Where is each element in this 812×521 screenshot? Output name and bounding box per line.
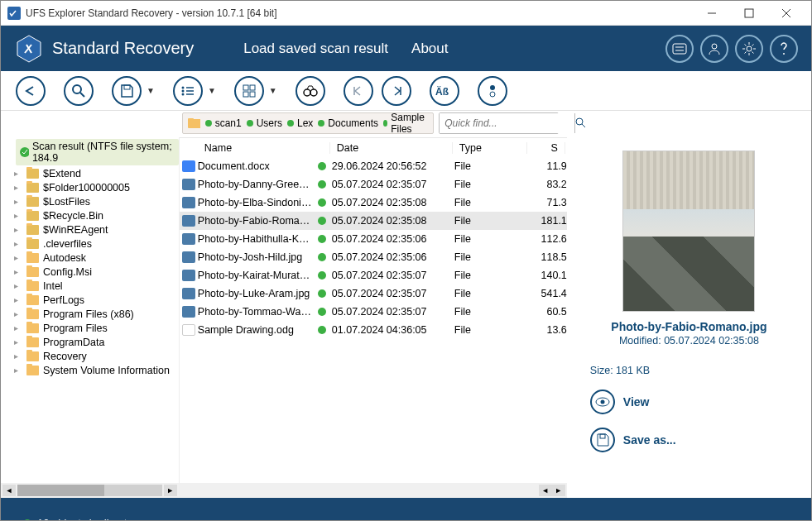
file-row[interactable]: Photo-by-Josh-Hild.jpg05.07.2024 02:35:0… — [180, 248, 567, 266]
file-row[interactable]: Photo-by-Danny-Greenb...05.07.2024 02:35… — [180, 175, 567, 194]
tree-expand-icon[interactable]: ▸ — [14, 323, 22, 332]
tree-expand-icon[interactable]: ▸ — [14, 309, 22, 318]
list-button[interactable] — [173, 76, 203, 106]
tree-hscroll[interactable]: ◄ ► — [1, 483, 179, 498]
tree-folder[interactable]: ▸ProgramData — [11, 335, 179, 349]
minimize-button[interactable] — [693, 1, 730, 25]
tree-expand-icon[interactable]: ▸ — [14, 337, 22, 347]
file-row[interactable]: Document.docx29.06.2024 20:56:52File11.9 — [180, 157, 567, 175]
tree-folder-label: $Recycle.Bin — [43, 210, 103, 222]
tree-expand-icon[interactable]: ▸ — [14, 183, 22, 192]
breadcrumb-item[interactable]: scan1 — [205, 112, 242, 135]
header-settings-button[interactable] — [735, 35, 763, 63]
file-name: Photo-by-Fabio-Romano.... — [198, 215, 312, 227]
tree-expand-icon[interactable]: ▸ — [14, 295, 22, 304]
maximize-button[interactable] — [730, 1, 767, 25]
tree-expand-icon[interactable]: ▸ — [14, 211, 22, 220]
tree-folder[interactable]: ▸$Folder100000005 — [11, 180, 179, 194]
list-dropdown[interactable]: ▼ — [208, 86, 216, 95]
tree-expand-icon[interactable]: ▸ — [14, 239, 22, 248]
list-hscroll[interactable]: ◄ ► — [180, 483, 567, 498]
tree-folder[interactable]: ▸$Recycle.Bin — [11, 208, 179, 222]
tree-expand-icon[interactable]: ▸ — [14, 281, 22, 290]
view-button[interactable]: View — [590, 390, 650, 414]
tree-folder-label: $WinREAgent — [43, 224, 108, 236]
file-row[interactable]: Photo-by-Tommao-Wang...05.07.2024 02:35:… — [180, 303, 567, 321]
tree-expand-icon[interactable]: ▸ — [14, 366, 22, 375]
breadcrumb[interactable]: scan1UsersLexDocumentsSample Files — [182, 112, 434, 134]
tree-folder[interactable]: ▸$LostFiles — [11, 194, 179, 208]
menu-about[interactable]: About — [411, 41, 448, 57]
user-tool-button[interactable] — [478, 76, 507, 106]
close-button[interactable] — [767, 1, 805, 25]
tree-folder[interactable]: ▸$Extend — [11, 166, 179, 180]
tree-root[interactable]: Scan result (NTFS file system; 184.9 — [16, 139, 179, 165]
save-button[interactable] — [112, 76, 142, 106]
quick-find-input[interactable] — [440, 113, 574, 133]
tree-folder[interactable]: ▸Program Files (x86) — [11, 307, 179, 321]
save-dropdown[interactable]: ▼ — [147, 86, 155, 95]
col-type[interactable]: Type — [453, 142, 527, 154]
tree-expand-icon[interactable]: ▸ — [14, 225, 22, 234]
next-button[interactable] — [382, 76, 411, 106]
tree-folder[interactable]: ▸Autodesk — [11, 251, 179, 265]
file-type-icon — [182, 215, 195, 227]
binoculars-button[interactable] — [295, 76, 325, 106]
col-date[interactable]: Date — [330, 142, 453, 154]
text-case-button[interactable]: Äß — [430, 76, 459, 106]
save-as-button[interactable]: Save as... — [590, 428, 676, 452]
tree-folder[interactable]: ▸System Volume Information — [11, 363, 179, 377]
breadcrumb-item[interactable]: Documents — [318, 112, 378, 135]
grid-dropdown[interactable]: ▼ — [269, 86, 277, 95]
tree-folder[interactable]: ▸Config.Msi — [11, 265, 179, 279]
scroll-left-button[interactable]: ◄ — [2, 485, 16, 496]
col-size[interactable]: S — [527, 142, 565, 154]
list-scroll-right[interactable]: ► — [552, 485, 565, 496]
tree-expand-icon[interactable]: ▸ — [14, 351, 22, 361]
prev-button[interactable] — [344, 76, 373, 106]
svg-point-34 — [20, 147, 29, 157]
tree-folder-label: Config.Msi — [43, 266, 92, 278]
header-help-button[interactable] — [770, 35, 798, 63]
tree-expand-icon[interactable]: ▸ — [14, 253, 22, 262]
col-name[interactable]: Name — [198, 142, 330, 154]
header-user-button[interactable] — [700, 35, 728, 63]
file-row[interactable]: Photo-by-Fabio-Romano....05.07.2024 02:3… — [180, 212, 567, 230]
folder-icon — [26, 337, 39, 347]
breadcrumb-item[interactable]: Lex — [287, 112, 313, 135]
menu-load-scan[interactable]: Load saved scan result — [243, 41, 388, 57]
svg-text:Äß: Äß — [435, 85, 449, 97]
tree-folder[interactable]: ▸.cleverfiles — [11, 237, 179, 251]
svg-point-23 — [304, 89, 310, 96]
file-row[interactable]: Photo-by-Elba-Sindoni.jpg05.07.2024 02:3… — [180, 194, 567, 212]
list-scroll-left[interactable]: ◄ — [539, 485, 552, 496]
folder-tree[interactable]: Scan result (NTFS file system; 184.9 ▸$E… — [1, 137, 179, 483]
file-type: File — [454, 233, 529, 245]
file-type: File — [454, 251, 529, 263]
grid-button[interactable] — [234, 76, 264, 106]
file-row[interactable]: Photo-by-Habithulla-K.jpg05.07.2024 02:3… — [180, 230, 567, 248]
breadcrumb-item[interactable]: Users — [247, 112, 282, 135]
file-size: 11.9 — [529, 160, 567, 172]
tree-expand-icon[interactable]: ▸ — [14, 169, 22, 178]
zoom-button[interactable] — [64, 76, 94, 106]
file-row[interactable]: Sample Drawing.odg01.07.2024 04:36:05Fil… — [180, 321, 567, 339]
breadcrumb-dot-icon — [247, 120, 253, 127]
tree-folder[interactable]: ▸Intel — [11, 279, 179, 293]
folder-icon — [26, 351, 39, 361]
tree-folder[interactable]: ▸PerfLogs — [11, 293, 179, 307]
scroll-right-button[interactable]: ► — [164, 485, 177, 496]
file-row[interactable]: Photo-by-Luke-Aram.jpg05.07.2024 02:35:0… — [180, 284, 567, 303]
tree-folder[interactable]: ▸Program Files — [11, 321, 179, 335]
file-list[interactable]: Document.docx29.06.2024 20:56:52File11.9… — [180, 157, 567, 483]
svg-point-9 — [783, 53, 785, 55]
breadcrumb-item[interactable]: Sample Files — [383, 112, 428, 135]
header-id-button[interactable] — [665, 35, 694, 63]
tree-folder[interactable]: ▸Recovery — [11, 349, 179, 363]
tree-folder[interactable]: ▸$WinREAgent — [11, 222, 179, 237]
app-header: Standard Recovery Load saved scan result… — [1, 26, 811, 71]
tree-expand-icon[interactable]: ▸ — [14, 267, 22, 276]
back-button[interactable] — [16, 76, 46, 106]
tree-expand-icon[interactable]: ▸ — [14, 197, 22, 206]
file-row[interactable]: Photo-by-Kairat-Muratali...05.07.2024 02… — [180, 266, 567, 284]
